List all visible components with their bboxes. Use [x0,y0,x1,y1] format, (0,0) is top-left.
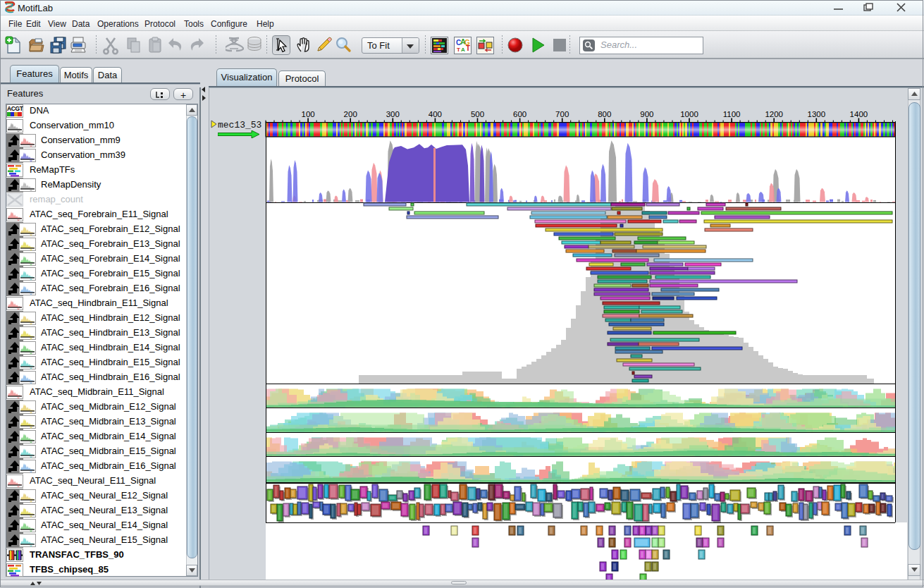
svg-text:1000: 1000 [680,110,698,118]
svg-text:200: 200 [344,110,357,118]
svg-text:400: 400 [429,110,442,118]
svg-text:1400: 1400 [850,110,868,118]
svg-text:900: 900 [640,110,653,118]
svg-text:800: 800 [598,110,611,118]
svg-text:100: 100 [302,110,315,118]
svg-text:1300: 1300 [808,110,826,118]
svg-text:1100: 1100 [723,110,741,118]
svg-text:A: A [461,47,465,53]
svg-text:T: T [457,47,460,53]
svg-text:ACGT: ACGT [7,105,23,112]
svg-text:300: 300 [386,110,400,118]
svg-text:700: 700 [555,110,569,118]
svg-text:1200: 1200 [765,110,783,118]
svg-text:T: T [466,44,470,52]
svg-text:600: 600 [513,110,526,118]
svg-text:500: 500 [471,110,484,118]
